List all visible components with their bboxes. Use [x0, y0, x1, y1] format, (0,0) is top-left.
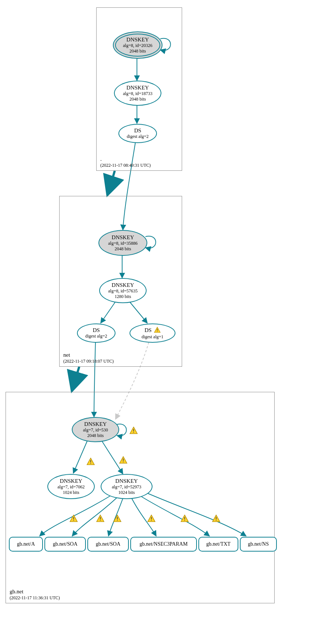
- node-root-ksk-alg: alg=8, id=20326: [123, 43, 152, 48]
- diagram-canvas: { "colors": { "stroke": "#0d8091", "zone…: [0, 0, 312, 644]
- node-root-ds-title: DS: [134, 128, 141, 134]
- node-gb-ksk-bits: 2048 bits: [87, 433, 104, 438]
- node-gb-zsk1: DNSKEY alg=7, id=7062 1024 bits: [47, 474, 95, 499]
- node-root-ksk-bits: 2048 bits: [130, 48, 146, 54]
- rrset-nsec3param: gb.net/NSEC3PARAM: [130, 537, 197, 552]
- svg-rect-7: [157, 329, 157, 331]
- node-gb-zsk1-alg: alg=7, id=7062: [57, 484, 85, 490]
- node-root-ksk-title: DNSKEY: [127, 37, 149, 43]
- node-root-zsk-bits: 2048 bits: [130, 96, 146, 102]
- rrset-a: gb.net/A: [9, 537, 43, 552]
- node-net-ds2: DS digest alg=2: [77, 323, 115, 343]
- node-root-ds-alg: digest alg=2: [127, 134, 148, 139]
- svg-rect-8: [157, 331, 157, 331]
- zone-gbnet-timestamp: (2022-11-17 11:36:31 UTC): [10, 595, 60, 601]
- node-net-zsk: DNSKEY alg=8, id=57635 1280 bits: [99, 278, 147, 303]
- node-root-ksk: DNSKEY alg=8, id=20326 2048 bits: [113, 31, 162, 59]
- zone-root-timestamp: (2022-11-17 08:49:31 UTC): [100, 163, 151, 168]
- node-gb-ksk: DNSKEY alg=7, id=530 2048 bits: [72, 417, 119, 442]
- node-gb-zsk2-title: DNSKEY: [115, 478, 138, 484]
- zone-gbnet: gb.net (2022-11-17 11:36:31 UTC): [6, 392, 275, 603]
- node-net-ksk: DNSKEY alg=8, id=35886 2048 bits: [98, 230, 147, 256]
- node-gb-zsk1-title: DNSKEY: [60, 478, 83, 484]
- node-net-zsk-bits: 1280 bits: [115, 294, 131, 299]
- node-net-ksk-bits: 2048 bits: [115, 246, 131, 252]
- node-net-ds1: DS digest alg=1: [130, 323, 175, 343]
- node-net-ksk-title: DNSKEY: [112, 234, 134, 241]
- node-root-zsk: DNSKEY alg=8, id=18733 2048 bits: [114, 81, 161, 106]
- node-gb-zsk2-alg: alg=7, id=52973: [112, 484, 141, 490]
- zone-root-label: . (2022-11-17 08:49:31 UTC): [100, 156, 151, 168]
- node-gb-zsk2: DNSKEY alg=7, id=52973 1024 bits: [101, 474, 152, 499]
- node-net-ksk-alg: alg=8, id=35886: [108, 241, 138, 246]
- node-net-ds1-alg: digest alg=1: [141, 334, 163, 340]
- zone-net-timestamp: (2022-11-17 09:18:07 UTC): [63, 359, 114, 364]
- rrset-soa2: gb.net/SOA: [87, 537, 129, 552]
- node-root-zsk-alg: alg=8, id=18733: [123, 91, 152, 96]
- zone-net-name: net: [63, 352, 114, 359]
- rrset-soa1: gb.net/SOA: [44, 537, 86, 552]
- rrset-ns: gb.net/NS: [240, 537, 277, 552]
- node-gb-ksk-title: DNSKEY: [84, 421, 107, 427]
- node-gb-ksk-alg: alg=7, id=530: [83, 427, 108, 433]
- node-net-ds2-alg: digest alg=2: [85, 333, 107, 339]
- node-net-ds1-title: DS: [144, 327, 151, 333]
- node-root-zsk-title: DNSKEY: [127, 85, 149, 91]
- node-net-zsk-title: DNSKEY: [112, 282, 134, 288]
- node-gb-zsk2-bits: 1024 bits: [118, 490, 135, 495]
- node-net-zsk-alg: alg=8, id=57635: [108, 288, 138, 294]
- warning-icon: [154, 327, 161, 334]
- node-net-ds2-title: DS: [93, 327, 100, 333]
- zone-root-name: .: [100, 156, 151, 163]
- zone-gbnet-label: gb.net (2022-11-17 11:36:31 UTC): [10, 588, 60, 601]
- zone-net-label: net (2022-11-17 09:18:07 UTC): [63, 352, 114, 364]
- node-gb-zsk1-bits: 1024 bits: [63, 490, 79, 495]
- rrset-txt: gb.net/TXT: [198, 537, 238, 552]
- zone-gbnet-name: gb.net: [10, 588, 60, 595]
- node-root-ds: DS digest alg=2: [118, 124, 157, 143]
